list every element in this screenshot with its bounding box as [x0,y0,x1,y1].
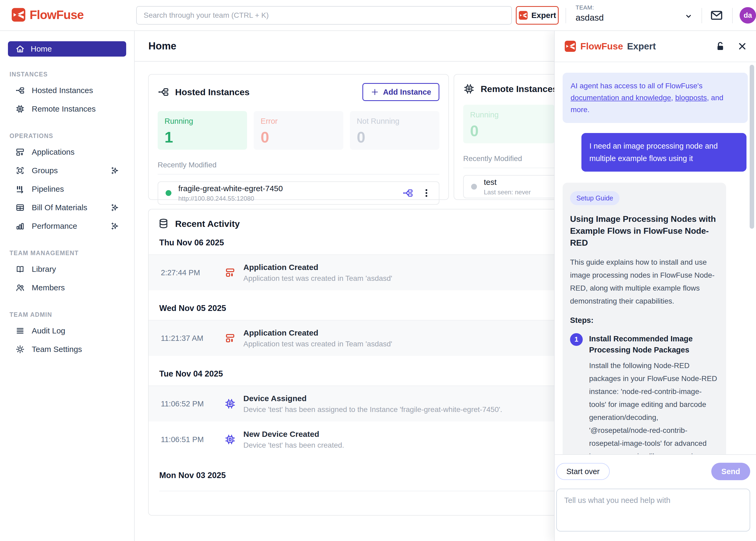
stat-not-running: Not Running 0 [350,111,439,150]
add-instance-label: Add Instance [383,88,431,97]
sidebar-item-applications[interactable]: Applications [0,143,134,161]
stat-running: Running 1 [158,111,247,150]
infobox-text: AI agent has access to all of FlowFuse's [570,82,703,90]
infobox-text: , [671,94,675,102]
recently-modified-label: Recently Modified [149,150,448,169]
activity-title: Device Assigned [243,394,502,403]
sidebar-item-label: Pipelines [32,185,64,194]
instance-row[interactable]: fragile-great-white-egret-7450 http://10… [158,182,439,205]
team-name: asdasd [576,13,604,23]
stat-value: 0 [261,128,336,146]
stat-label: Not Running [357,117,432,126]
home-icon [15,44,25,54]
step-item: 1 Install Recommended Image Processing N… [570,333,717,454]
hosted-instances-icon [15,86,25,95]
sidebar-item-pipelines[interactable]: Pipelines [0,180,134,198]
start-over-button[interactable]: Start over [556,463,610,480]
sidebar-item-remote-instances[interactable]: Remote Instances [0,100,134,118]
sidebar-item-label: Groups [32,166,58,175]
send-button[interactable]: Send [711,463,750,480]
chevron-down-icon[interactable] [684,12,693,21]
device-name: test [484,178,531,187]
mail-icon[interactable] [709,8,724,22]
activity-time: 11:21:37 AM [161,334,216,343]
database-icon [158,218,169,230]
stat-value: 1 [165,128,240,146]
lock-open-icon[interactable] [715,41,726,52]
search-input[interactable] [136,6,512,25]
expert-panel-footer: Start over Send [555,454,756,541]
expert-panel-header: FlowFuse Expert [555,31,756,62]
guide-title: Using Image Processing Nodes with Exampl… [570,213,717,249]
activity-title: Application Created [243,263,392,272]
sidebar: Home INSTANCES Hosted Instances Remote I… [0,31,135,541]
activity-title: New Device Created [243,430,344,439]
applications-icon [15,147,25,157]
scrollbar-thumb[interactable] [750,65,754,229]
step-title: Install Recommended Image Processing Nod… [589,333,717,355]
topbar-divider [701,8,702,23]
sidebar-item-home[interactable]: Home [8,41,126,57]
stat-label: Running [470,111,548,119]
card-title: Hosted Instances [175,87,250,97]
sidebar-item-performance[interactable]: Performance [0,217,134,235]
setup-guide-badge: Setup Guide [570,191,619,205]
expert-chat-scroll-area[interactable]: AI agent has access to all of FlowFuse's… [555,62,756,454]
topbar-divider [565,8,566,23]
topbar: FlowFuse Expert TEAM: asdasd da [0,0,756,31]
activity-desc: Application test was created in Team 'as… [243,274,392,283]
activity-title: Application Created [243,328,392,337]
sidebar-item-groups[interactable]: Groups [0,161,134,180]
activity-time: 11:06:51 PM [161,435,216,444]
documentation-link[interactable]: documentation and knowledge [570,94,671,102]
sidebar-item-label: Audit Log [32,326,65,335]
status-dot-offline [471,184,477,190]
sidebar-item-audit-log[interactable]: Audit Log [0,321,134,340]
expert-button-label: Expert [531,11,556,20]
topbar-divider [732,8,733,23]
flowfuse-logo[interactable]: FlowFuse [11,7,84,22]
plus-icon [371,88,379,96]
divider [158,174,439,175]
page-title: Home [148,40,177,52]
device-icon [224,398,236,410]
stat-value: 0 [470,122,548,140]
status-dot-running [166,190,171,196]
team-label: TEAM: [576,4,604,11]
hosted-instances-card: Hosted Instances Add Instance Running 1 … [148,74,449,200]
blogposts-link[interactable]: blogposts [675,94,707,102]
gear-icon [15,344,25,354]
sidebar-item-label: Bill Of Materials [32,203,87,212]
device-last-seen: Last seen: never [484,189,531,196]
sidebar-item-members[interactable]: Members [0,278,134,297]
activity-desc: Application test was created in Team 'as… [243,340,392,348]
sidebar-item-library[interactable]: Library [0,260,134,278]
close-icon[interactable] [737,41,748,52]
sidebar-item-bill-of-materials[interactable]: Bill Of Materials [0,198,134,217]
stat-value: 0 [357,128,432,146]
sidebar-item-hosted-instances[interactable]: Hosted Instances [0,81,134,100]
kebab-menu-icon[interactable] [421,188,431,198]
user-message-bubble: I need an image processing node and mult… [581,133,746,172]
add-instance-button[interactable]: Add Instance [363,83,439,101]
expert-brand: FlowFuse [580,41,623,52]
hosted-instances-icon [158,86,169,98]
activity-time: 2:27:44 PM [161,269,216,277]
chat-input[interactable] [556,489,750,531]
members-icon [15,283,25,292]
expert-title: Expert [627,41,656,52]
stat-label: Running [165,117,240,126]
sidebar-section-instances: INSTANCES [10,71,134,78]
team-selector[interactable]: TEAM: asdasd [576,4,604,23]
instance-url: http://100.80.244.55:12080 [178,195,283,202]
sidebar-section-team-management: TEAM MANAGEMENT [10,250,134,257]
avatar[interactable]: da [740,7,756,24]
sidebar-item-team-settings[interactable]: Team Settings [0,340,134,358]
assistant-response-card: Setup Guide Using Image Processing Nodes… [563,183,726,454]
instance-name: fragile-great-white-egret-7450 [178,184,283,193]
step-number-badge: 1 [570,333,583,346]
expert-toggle-button[interactable]: Expert [516,6,559,25]
stat-running: Running 0 [463,105,555,143]
device-icon [224,434,236,445]
sparkle-icon [110,166,119,175]
